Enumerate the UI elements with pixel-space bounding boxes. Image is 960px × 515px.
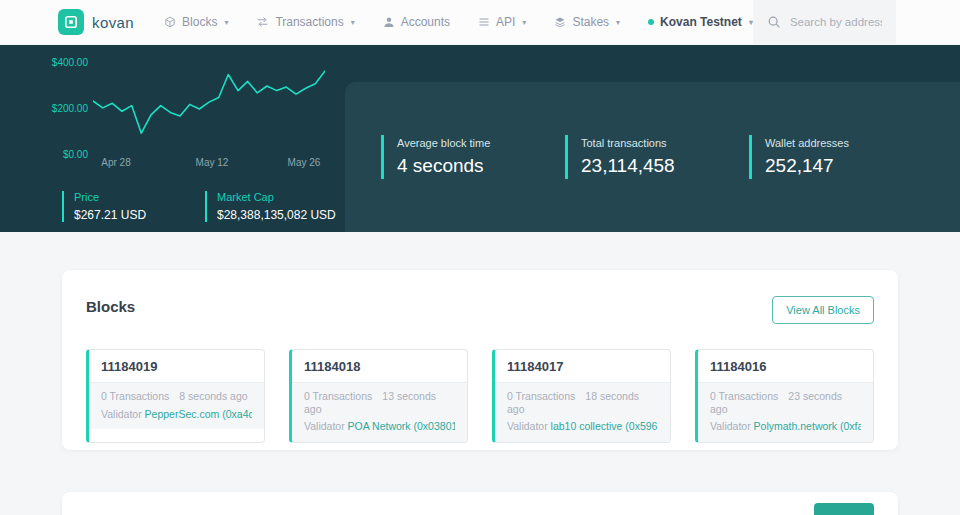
price-chart [93,55,325,159]
y-axis-tick: $200.00 [46,103,88,114]
block-tx-count: 0 Transactions [101,390,169,402]
brand[interactable]: kovan [58,9,134,35]
market-cap-value: $28,388,135,082 USD [217,208,336,222]
validator-label: Validator [710,420,751,432]
stat-value: 252,147 [765,155,933,177]
block-tile-footer: 0 Transactions13 seconds ago Validator P… [292,382,467,442]
block-number-link[interactable]: 11184019 [89,350,264,382]
blocks-card: Blocks View All Blocks 11184019 0 Transa… [62,270,898,450]
block-tile: 11184016 0 Transactions23 seconds ago Va… [695,349,874,443]
chevron-down-icon: ▾ [522,18,526,27]
stat-value: 4 seconds [397,155,565,177]
validator-label: Validator [304,420,345,432]
chevron-down-icon: ▾ [224,18,228,27]
block-age: 8 seconds ago [179,390,247,402]
chevron-down-icon: ▾ [616,18,620,27]
kovan-logo-icon [58,9,84,35]
nav-item-accounts[interactable]: Accounts [383,15,450,29]
nav-item-transactions[interactable]: Transactions ▾ [256,15,354,29]
market-cap-box: Market Cap $28,388,135,082 USD [205,191,336,222]
nav-item-blocks[interactable]: Blocks ▾ [164,15,228,29]
network-label: Kovan Testnet [660,15,742,29]
x-axis-tick: May 12 [190,157,234,168]
block-tile: 11184017 0 Transactions18 seconds ago Va… [492,349,671,443]
view-all-button-partial[interactable] [814,503,874,515]
validator-link[interactable]: lab10 collective (0x596e82...) [551,420,658,432]
accounts-icon [383,16,395,28]
block-tx-count: 0 Transactions [507,390,575,402]
stat-total-transactions: Total transactions 23,114,458 [565,135,749,179]
hero-section: $400.00 $200.00 $0.00 Apr 28 May 12 May … [0,45,960,232]
stakes-icon [554,16,566,28]
block-number-link[interactable]: 11184017 [495,350,670,382]
block-tile: 11184019 0 Transactions8 seconds ago Val… [86,349,265,443]
api-icon [478,16,490,28]
block-tx-count: 0 Transactions [710,390,778,402]
stat-label: Total transactions [581,137,749,149]
price-label: Price [74,191,146,203]
navbar: kovan Blocks ▾ Transactions ▾ Accounts [0,0,960,45]
network-selector[interactable]: Kovan Testnet ▾ [648,15,753,29]
x-axis-tick: May 26 [282,157,326,168]
validator-link[interactable]: PepperSec.com (0xa4df25...) [145,408,252,420]
validator-label: Validator [507,420,548,432]
block-tile: 11184018 0 Transactions13 seconds ago Va… [289,349,468,443]
view-all-blocks-button[interactable]: View All Blocks [772,296,874,324]
nav-item-label: Stakes [572,15,609,29]
blocks-icon [164,16,176,28]
next-section-card-partial [62,492,898,515]
chevron-down-icon: ▾ [351,18,355,27]
stat-label: Average block time [397,137,565,149]
network-status-dot [648,19,654,25]
network-stats-panel: Average block time 4 seconds Total trans… [345,82,960,232]
nav-item-api[interactable]: API ▾ [478,15,526,29]
y-axis-tick: $400.00 [46,57,88,68]
search-input[interactable] [790,16,882,28]
nav-item-label: Blocks [182,15,217,29]
block-tile-footer: 0 Transactions18 seconds ago Validator l… [495,382,670,442]
stat-label: Wallet addresses [765,137,933,149]
nav-item-stakes[interactable]: Stakes ▾ [554,15,620,29]
nav-item-label: Accounts [401,15,450,29]
block-tile-footer: 0 Transactions23 seconds ago Validator P… [698,382,873,442]
nav-item-label: API [496,15,515,29]
brand-name: kovan [92,14,134,31]
stat-value: 23,114,458 [581,155,749,177]
price-box: Price $267.21 USD [62,191,146,222]
stat-wallet-addresses: Wallet addresses 252,147 [749,135,933,179]
validator-link[interactable]: Polymath.network (0xfaad...) [754,420,861,432]
price-value: $267.21 USD [74,208,146,222]
nav-item-label: Transactions [275,15,343,29]
search-icon [767,15,781,29]
market-cap-label: Market Cap [217,191,336,203]
block-tile-footer: 0 Transactions8 seconds ago Validator Pe… [89,382,264,429]
block-number-link[interactable]: 11184016 [698,350,873,382]
validator-link[interactable]: POA Network (0x03801e...) [348,420,455,432]
validator-label: Validator [101,408,142,420]
block-tx-count: 0 Transactions [304,390,372,402]
block-tiles: 11184019 0 Transactions8 seconds ago Val… [86,349,874,443]
y-axis-tick: $0.00 [46,149,88,160]
search-box [753,0,896,45]
block-number-link[interactable]: 11184018 [292,350,467,382]
main-nav: Blocks ▾ Transactions ▾ Accounts API ▾ [164,15,620,29]
transactions-icon [256,16,269,28]
stat-average-block-time: Average block time 4 seconds [381,135,565,179]
blocks-section-title: Blocks [86,298,874,315]
x-axis-tick: Apr 28 [94,157,138,168]
